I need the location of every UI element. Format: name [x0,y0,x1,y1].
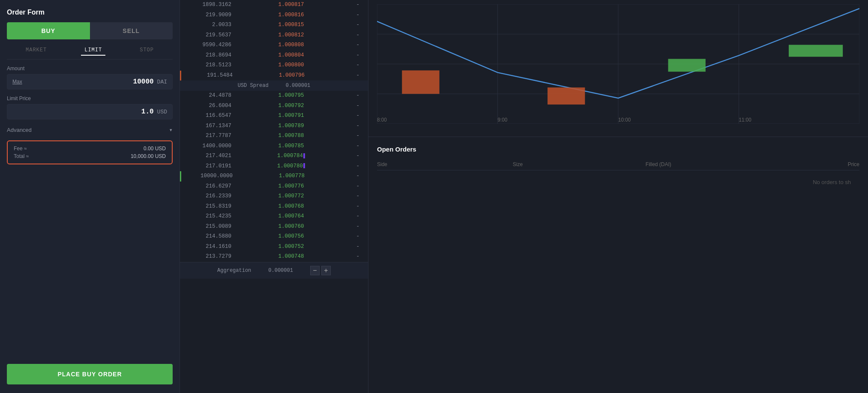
bid-row[interactable]: 217.7787 1.000788 - [180,131,368,141]
ask-price: 1.000796 [270,72,313,80]
chevron-down-icon: ▾ [169,126,173,134]
bid-row[interactable]: 24.4878 1.000795 - [180,91,368,101]
bid-row[interactable]: 215.8319 1.000768 - [180,202,368,212]
bid-size: 167.1347 [189,122,231,130]
ask-size: 9590.4286 [189,42,231,49]
open-orders-title: Open Orders [377,146,859,153]
ask-size: 218.5123 [189,62,231,69]
ask-price: 1.000817 [270,1,313,9]
ask-rows: 1898.3162 1.000817 - 219.9009 1.000816 -… [180,0,368,80]
spread-row: USD Spread 0.000001 [180,80,368,91]
sell-button[interactable]: SELL [90,22,173,39]
bid-mine: - [351,132,359,140]
bid-row[interactable]: 10000.0000 1.000778 - [180,171,368,182]
bid-price: 1.000792 [270,102,313,110]
amount-input-row: Max 10000 DAI [7,74,173,89]
amount-field: Amount Max 10000 DAI [7,66,173,89]
bid-size: 215.8319 [189,203,231,211]
bid-row[interactable]: 216.6297 1.000776 - [180,182,368,192]
bid-price: 1.000795 [270,92,313,100]
bid-row[interactable]: 217.4021 1.000784 - [180,151,368,161]
bid-row[interactable]: 26.6004 1.000792 - [180,101,368,111]
bid-mine: - [351,102,359,110]
fee-row: Fee ≈ 0.00 USD [14,146,166,152]
bid-row[interactable]: 116.6547 1.000791 - [180,111,368,121]
bid-price: 1.000785 [270,143,313,150]
svg-text:8:00: 8:00 [377,117,387,123]
tab-limit[interactable]: LIMIT [81,45,105,56]
ask-price: 1.000808 [270,42,313,49]
orders-table-header: Side Size Filled (DAI) Price [377,159,859,170]
bid-size: 217.0191 [189,163,231,170]
order-form-title: Order Form [7,9,173,16]
bid-size: 214.1610 [189,243,231,251]
col-header-filled: Filled (DAI) [578,161,739,167]
bid-row[interactable]: 216.2339 1.000772 - [180,191,368,202]
order-book-rows: 1898.3162 1.000817 - 219.9009 1.000816 -… [180,0,368,393]
bid-price: 1.000791 [270,112,313,120]
ask-row[interactable]: 1898.3162 1.000817 - [180,0,368,10]
bid-size: 216.2339 [189,193,231,200]
max-button[interactable]: Max [12,79,22,85]
bid-mine: - [351,193,359,200]
bid-row[interactable]: 215.4235 1.000764 - [180,211,368,222]
bid-price: 1.000776 [270,183,313,191]
ask-row[interactable]: 218.8694 1.000804 - [180,51,368,61]
svg-text:9:00: 9:00 [498,117,508,123]
advanced-label: Advanced [7,127,32,133]
aggregation-value: 0.000001 [268,268,293,274]
ask-mine: - [351,32,359,39]
bid-mine: - [351,173,359,180]
total-value: 10,000.00 USD [131,153,166,159]
bid-row[interactable]: 217.0191 1.000780 - [180,161,368,172]
ask-size: 218.8694 [189,52,231,60]
aggregation-plus-button[interactable]: + [321,266,331,275]
bid-row[interactable]: 213.7279 1.000748 - [180,252,368,262]
bid-price: 1.000760 [270,223,313,231]
bid-mine: - [351,122,359,130]
bid-size: 214.5880 [189,233,231,241]
open-orders-panel: Open Orders Side Size Filled (DAI) Price… [368,137,868,393]
ask-row[interactable]: 9590.4286 1.000808 - [180,40,368,51]
ask-row[interactable]: 191.5484 1.000796 - [180,71,368,81]
aggregation-minus-button[interactable]: − [310,266,320,275]
ask-size: 2.0033 [189,21,231,29]
fee-label: Fee ≈ [14,146,27,152]
bid-mine: - [351,92,359,100]
bid-mine: - [351,143,359,150]
price-input-row: 1.0 USD [7,104,173,119]
total-row: Total ≈ 10,000.00 USD [14,153,166,159]
ask-mine: - [351,1,359,9]
tab-stop[interactable]: STOP [136,45,157,56]
ask-row[interactable]: 218.5123 1.000800 - [180,60,368,71]
bid-price: 1.000780 [270,163,313,170]
bid-size: 216.6297 [189,183,231,191]
price-chart: 8:00 9:00 10:00 11:00 [377,4,859,124]
advanced-section[interactable]: Advanced ▾ [7,125,173,134]
bid-mine: - [351,223,359,231]
bid-row[interactable]: 1400.0000 1.000785 - [180,141,368,152]
ask-row[interactable]: 2.0033 1.000815 - [180,20,368,30]
bid-row[interactable]: 214.1610 1.000752 - [180,242,368,252]
tab-market[interactable]: MARKET [22,45,50,56]
place-buy-order-button[interactable]: PLACE BUY ORDER [7,364,173,384]
bid-size: 24.4878 [189,92,231,100]
amount-value: 10000 [26,78,154,86]
bid-price: 1.000784 [270,152,313,160]
ask-row[interactable]: 219.5637 1.000812 - [180,30,368,41]
bid-row[interactable]: 214.5880 1.000756 - [180,232,368,242]
ask-mine: - [351,12,359,19]
bid-price: 1.000772 [270,193,313,200]
order-book-panel: 1898.3162 1.000817 - 219.9009 1.000816 -… [180,0,368,393]
svg-rect-13 [789,45,843,57]
fee-value: 0.00 USD [144,146,166,152]
bid-price: 1.000778 [270,173,313,180]
order-type-tabs: MARKET LIMIT STOP [7,45,173,60]
bid-mine: - [351,203,359,211]
price-currency: USD [157,109,167,115]
ask-row[interactable]: 219.9009 1.000816 - [180,10,368,21]
buy-button[interactable]: BUY [7,22,90,39]
bid-row[interactable]: 215.0089 1.000760 - [180,222,368,232]
bid-row[interactable]: 167.1347 1.000789 - [180,121,368,131]
bid-size: 116.6547 [189,112,231,120]
